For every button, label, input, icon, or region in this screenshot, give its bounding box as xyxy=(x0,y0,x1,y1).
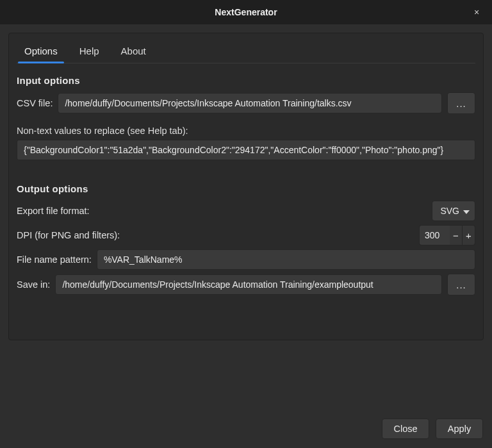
title-bar: NextGenerator × xyxy=(0,0,492,24)
dpi-increment-button[interactable]: + xyxy=(463,225,475,245)
csv-browse-button[interactable]: ... xyxy=(447,92,475,114)
csv-row: CSV file: ... xyxy=(17,92,475,114)
format-label: Export file format: xyxy=(17,206,90,216)
tab-bar: Options Help About xyxy=(17,40,475,63)
dpi-row: DPI (for PNG and filters): 300 − + xyxy=(17,225,475,245)
dpi-decrement-button[interactable]: − xyxy=(450,225,463,245)
tab-about[interactable]: About xyxy=(119,42,149,63)
dpi-label: DPI (for PNG and filters): xyxy=(17,230,120,240)
nontext-label: Non-text values to replace (see Help tab… xyxy=(17,126,475,136)
tab-help[interactable]: Help xyxy=(77,42,102,63)
export-format-dropdown[interactable]: SVG xyxy=(432,201,475,221)
savein-label: Save in: xyxy=(17,279,50,290)
dialog-window: NextGenerator × Options Help About Input… xyxy=(0,0,492,448)
nontext-row xyxy=(17,140,475,160)
dpi-value[interactable]: 300 xyxy=(419,225,450,245)
savein-row: Save in: ... xyxy=(17,274,475,295)
content-pane: Options Help About Input options CSV fil… xyxy=(8,33,484,340)
save-in-browse-button[interactable]: ... xyxy=(447,274,475,295)
save-in-input[interactable] xyxy=(55,274,442,295)
dialog-footer: Close Apply xyxy=(0,411,492,448)
filename-pattern-input[interactable] xyxy=(97,249,475,270)
close-icon[interactable]: × xyxy=(469,4,484,20)
background-sliver xyxy=(0,24,5,448)
output-section-title: Output options xyxy=(17,183,475,194)
nontext-input[interactable] xyxy=(17,140,475,160)
csv-file-input[interactable] xyxy=(58,93,442,113)
export-format-value: SVG xyxy=(440,206,459,216)
input-section-title: Input options xyxy=(17,75,475,86)
close-button[interactable]: Close xyxy=(382,419,429,439)
pattern-row: File name pattern: xyxy=(17,249,475,270)
window-title: NextGenerator xyxy=(215,7,277,17)
tab-options[interactable]: Options xyxy=(22,42,60,63)
apply-button[interactable]: Apply xyxy=(436,419,483,439)
chevron-down-icon xyxy=(463,206,470,216)
dpi-stepper: 300 − + xyxy=(419,225,475,245)
format-row: Export file format: SVG xyxy=(17,201,475,221)
csv-label: CSV file: xyxy=(17,98,53,108)
pattern-label: File name pattern: xyxy=(17,254,92,265)
